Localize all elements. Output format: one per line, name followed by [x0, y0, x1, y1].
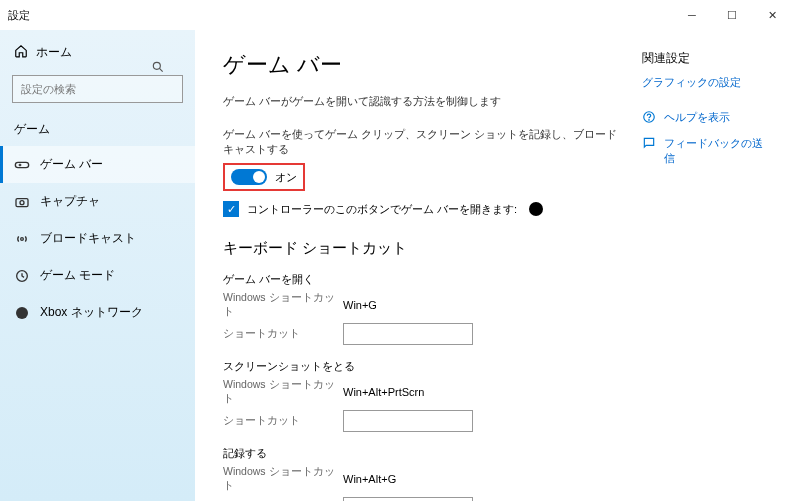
main-pane: ゲーム バー ゲーム バーがゲームを開いて認識する方法を制御します ゲーム バー…: [223, 50, 622, 481]
gamemode-icon: [14, 268, 30, 284]
svg-point-9: [16, 307, 28, 319]
related-heading: 関連設定: [642, 50, 772, 67]
sidebar-item-gamemode[interactable]: ゲーム モード: [0, 257, 195, 294]
gamebar-toggle-highlight: オン: [223, 163, 305, 191]
toggle-state-label: オン: [275, 170, 297, 185]
sidebar: ホーム ゲーム ゲーム バー キャプチャ: [0, 30, 195, 501]
help-label: ヘルプを表示: [664, 110, 730, 125]
custom-shortcut-input[interactable]: [343, 323, 473, 345]
home-nav[interactable]: ホーム: [0, 38, 195, 67]
sidebar-item-gamebar[interactable]: ゲーム バー: [0, 146, 195, 183]
sidebar-item-label: ゲーム モード: [40, 267, 115, 284]
capture-icon: [14, 194, 30, 210]
window-title: 設定: [8, 8, 30, 23]
broadcast-icon: [14, 231, 30, 247]
sidebar-section: ゲーム: [0, 111, 195, 146]
feedback-label: フィードバックの送信: [664, 136, 772, 166]
row-win-label: Windows ショートカット: [223, 291, 343, 319]
shortcuts-heading: キーボード ショートカット: [223, 239, 622, 258]
controller-checkbox[interactable]: ✓: [223, 201, 239, 217]
shortcut-title: 記録する: [223, 446, 622, 461]
row-win-label: Windows ショートカット: [223, 465, 343, 493]
row-custom-label: ショートカット: [223, 327, 343, 341]
shortcut-group-open-gamebar: ゲーム バーを開く Windows ショートカットWin+G ショートカット: [223, 272, 622, 345]
xbox-icon: [14, 305, 30, 321]
shortcut-group-screenshot: スクリーンショットをとる Windows ショートカットWin+Alt+PrtS…: [223, 359, 622, 432]
sidebar-item-label: Xbox ネットワーク: [40, 304, 143, 321]
row-custom-label: ショートカット: [223, 414, 343, 428]
gamebar-icon: [14, 157, 30, 173]
feedback-link[interactable]: フィードバックの送信: [642, 136, 772, 166]
custom-shortcut-input[interactable]: [343, 497, 473, 501]
svg-rect-2: [15, 162, 28, 167]
page-title: ゲーム バー: [223, 50, 622, 80]
page-description: ゲーム バーがゲームを開いて認識する方法を制御します: [223, 94, 622, 109]
win-shortcut: Win+G: [343, 299, 377, 311]
win-shortcut: Win+Alt+G: [343, 473, 396, 485]
svg-rect-5: [16, 198, 28, 206]
checkbox-label: コントローラーのこのボタンでゲーム バーを開きます:: [247, 202, 517, 217]
custom-shortcut-input[interactable]: [343, 410, 473, 432]
shortcut-title: スクリーンショットをとる: [223, 359, 622, 374]
win-shortcut: Win+Alt+PrtScrn: [343, 386, 424, 398]
right-pane: 関連設定 グラフィックの設定 ヘルプを表示 フィードバックの送信: [622, 50, 772, 481]
gamebar-toggle[interactable]: [231, 169, 267, 185]
shortcut-title: ゲーム バーを開く: [223, 272, 622, 287]
svg-line-1: [159, 68, 162, 71]
sidebar-item-broadcast[interactable]: ブロードキャスト: [0, 220, 195, 257]
svg-point-7: [21, 237, 24, 240]
maximize-button[interactable]: ☐: [712, 0, 752, 30]
help-icon: [642, 110, 656, 126]
sidebar-item-label: キャプチャ: [40, 193, 100, 210]
feedback-icon: [642, 136, 656, 152]
help-link[interactable]: ヘルプを表示: [642, 110, 772, 126]
sidebar-item-label: ゲーム バー: [40, 156, 103, 173]
svg-point-0: [153, 62, 160, 69]
home-icon: [14, 44, 28, 61]
sidebar-item-label: ブロードキャスト: [40, 230, 136, 247]
close-button[interactable]: ✕: [752, 0, 792, 30]
xbox-button-icon: [529, 202, 543, 216]
row-win-label: Windows ショートカット: [223, 378, 343, 406]
search-input[interactable]: [12, 75, 183, 103]
minimize-button[interactable]: ─: [672, 0, 712, 30]
sidebar-item-xbox-network[interactable]: Xbox ネットワーク: [0, 294, 195, 331]
svg-point-6: [20, 200, 24, 204]
sidebar-item-capture[interactable]: キャプチャ: [0, 183, 195, 220]
toggle-description: ゲーム バーを使ってゲーム クリップ、スクリーン ショットを記録し、ブロードキャ…: [223, 127, 622, 157]
shortcut-group-record: 記録する Windows ショートカットWin+Alt+G ショートカット: [223, 446, 622, 501]
graphics-settings-link[interactable]: グラフィックの設定: [642, 75, 772, 90]
home-label: ホーム: [36, 44, 72, 61]
svg-point-11: [649, 120, 650, 121]
